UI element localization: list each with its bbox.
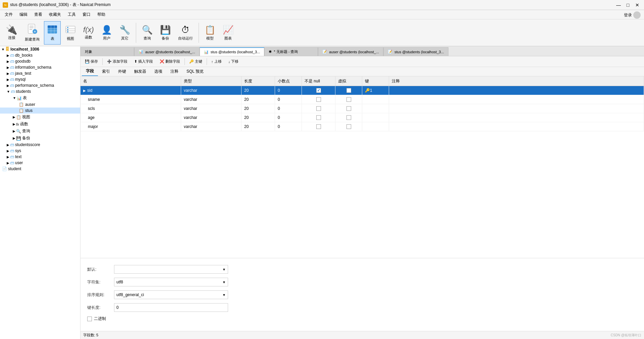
sidebar-item-stus[interactable]: 📋 stus (0, 108, 80, 114)
toolbar-function[interactable]: f(x) 函数 (80, 21, 97, 45)
func-group-arrow[interactable]: ▶ (13, 122, 15, 126)
toolbar-new-query[interactable]: + 新建查询 (22, 21, 43, 45)
prop-collation-select[interactable]: utf8_general_ci ▼ (114, 290, 228, 299)
menu-tools[interactable]: 工具 (64, 10, 79, 19)
sidebar-item-student[interactable]: 📄 student (0, 166, 80, 172)
backup-group-arrow[interactable]: ▶ (13, 136, 15, 140)
toolbar-auto-run[interactable]: ⏱ 自动运行 (175, 21, 196, 45)
user-arrow[interactable]: ▶ (7, 161, 9, 165)
subtab-options[interactable]: 选项 (150, 67, 166, 76)
major-virtual-checkbox[interactable] (346, 124, 351, 129)
sidebar-item-text[interactable]: ▶ 🗃 text (0, 154, 80, 160)
sidebar-item-information-schema[interactable]: ▶ 🗃 information_schema (0, 64, 80, 70)
sidebar-item-goodsdb[interactable]: ▶ 🗃 goodsdb (0, 58, 80, 64)
subtab-index[interactable]: 索引 (98, 67, 114, 76)
subtab-comment[interactable]: 注释 (166, 67, 182, 76)
sidebar-root[interactable]: ▼ 🗄 localhost_3306 (0, 46, 80, 52)
toolbar-chart[interactable]: 📈 图表 (220, 21, 236, 45)
sidebar-item-performance-schema[interactable]: ▶ 🗃 performance_schema (0, 82, 80, 88)
table-row[interactable]: scls varchar 20 0 (80, 104, 644, 113)
subtab-sql-preview[interactable]: SQL 预览 (182, 67, 208, 76)
sname-not-null-checkbox[interactable] (316, 97, 321, 102)
query-group-arrow[interactable]: ▶ (13, 129, 15, 133)
sidebar-item-java-test[interactable]: ▶ 🗃 java_test (0, 70, 80, 76)
add-field-button[interactable]: ➕ 添加字段 (104, 57, 130, 66)
delete-field-button[interactable]: ❌ 删除字段 (157, 57, 183, 66)
sname-virtual-checkbox[interactable] (346, 97, 351, 102)
sidebar-item-mysql[interactable]: ▶ 🗃 mysql (0, 76, 80, 82)
toolbar-other[interactable]: 🔧 其它 (116, 21, 133, 45)
menu-help[interactable]: 帮助 (94, 10, 109, 19)
scls-virtual-checkbox[interactable] (346, 106, 351, 111)
primary-key-button[interactable]: 🔑 主键 (186, 57, 205, 66)
subtab-field[interactable]: 字段 (82, 67, 98, 76)
menu-window[interactable]: 窗口 (79, 10, 94, 19)
login-button[interactable]: 登录 (624, 12, 632, 18)
tab-stus[interactable]: 📊 stus @students (localhost_3... (200, 47, 265, 56)
sidebar-item-students[interactable]: ▼ 🗃 students (0, 88, 80, 94)
prop-key-length-input[interactable] (114, 303, 228, 312)
table-row[interactable]: age varchar 20 0 (80, 113, 644, 122)
view-group-arrow[interactable]: ▶ (13, 115, 15, 119)
minimize-button[interactable]: — (614, 1, 623, 9)
perf-schema-arrow[interactable]: ▶ (7, 84, 9, 87)
menu-favorites[interactable]: 收藏夹 (46, 10, 64, 19)
sidebar-item-backup-group[interactable]: ▶ 💾 备份 (0, 135, 80, 142)
text-arrow[interactable]: ▶ (7, 155, 9, 159)
sidebar-item-db-books[interactable]: ▶ 🗃 db_books (0, 52, 80, 58)
sidebar-item-studentsscore[interactable]: ▶ 🗃 studentsscore (0, 142, 80, 148)
subtab-foreign-key[interactable]: 外键 (114, 67, 130, 76)
sidebar-item-sys[interactable]: ▶ 🗃 sys (0, 148, 80, 154)
root-arrow[interactable]: ▼ (1, 48, 5, 51)
binary-checkbox[interactable] (87, 317, 92, 321)
menu-edit[interactable]: 编辑 (16, 10, 31, 19)
tab-objects[interactable]: 对象 (80, 47, 134, 56)
sid-virtual-checkbox[interactable] (346, 88, 351, 93)
students-arrow[interactable]: ▼ (7, 90, 10, 93)
table-row[interactable]: ▶ sid varchar 20 0 ✓ (80, 86, 644, 95)
mysql-arrow[interactable]: ▶ (7, 78, 9, 81)
close-button[interactable]: ✕ (633, 1, 641, 9)
toolbar-query[interactable]: 🔍 查询 (139, 21, 156, 45)
toolbar-view[interactable]: 视图 (62, 21, 79, 45)
save-button[interactable]: 💾 保存 (82, 57, 101, 66)
prop-default-select[interactable]: ▼ (114, 265, 228, 274)
move-up-button[interactable]: ↑ 上移 (208, 57, 225, 66)
studentsscore-arrow[interactable]: ▶ (7, 143, 9, 147)
move-down-button[interactable]: ↓ 下移 (225, 57, 242, 66)
menu-view[interactable]: 查看 (31, 10, 46, 19)
goodsdb-arrow[interactable]: ▶ (7, 60, 9, 63)
toolbar-backup[interactable]: 💾 备份 (157, 21, 174, 45)
tab-stus2[interactable]: 📝 stus @students (localhost_3... (383, 47, 448, 56)
toolbar-connect[interactable]: 🔌 连接 (3, 21, 20, 45)
toolbar-model[interactable]: 📋 模型 (202, 21, 218, 45)
sidebar-item-auser[interactable]: 📋 auser (0, 101, 80, 108)
table-row[interactable]: major varchar 20 0 (80, 122, 644, 131)
subtab-trigger[interactable]: 触发器 (130, 67, 150, 76)
menu-file[interactable]: 文件 (1, 10, 16, 19)
major-not-null-checkbox[interactable] (316, 124, 321, 129)
sidebar-item-view-group[interactable]: ▶ 📋 视图 (0, 114, 80, 121)
sidebar-item-query-group[interactable]: ▶ 🔍 查询 (0, 128, 80, 135)
sidebar-item-func-group[interactable]: ▶ fx 函数 (0, 121, 80, 128)
age-not-null-checkbox[interactable] (316, 115, 321, 120)
window-controls[interactable]: — □ ✕ (614, 1, 641, 9)
sid-not-null-checkbox[interactable]: ✓ (316, 88, 321, 93)
java-test-arrow[interactable]: ▶ (7, 72, 9, 75)
db-books-arrow[interactable]: ▶ (7, 54, 9, 57)
sidebar-item-user[interactable]: ▶ 🗃 user (0, 160, 80, 166)
age-virtual-checkbox[interactable] (346, 115, 351, 120)
tab-auser[interactable]: 📊 auser @students (localhost_... (134, 47, 200, 56)
toolbar-table[interactable]: 表 (44, 21, 61, 45)
table-group-arrow[interactable]: ▼ (13, 96, 16, 100)
tab-auser2[interactable]: 📝 auser @students (localhost_... (318, 47, 383, 56)
table-row[interactable]: sname varchar 20 0 (80, 95, 644, 104)
maximize-button[interactable]: □ (624, 1, 632, 9)
sidebar-item-table-group[interactable]: ▼ 📊 表 (0, 94, 80, 101)
scls-not-null-checkbox[interactable] (316, 106, 321, 111)
prop-charset-select[interactable]: utf8 ▼ (114, 278, 228, 286)
insert-field-button[interactable]: ⬆ 插入字段 (131, 57, 156, 66)
info-schema-arrow[interactable]: ▶ (7, 66, 9, 69)
toolbar-user[interactable]: 👤 用户 (98, 21, 115, 45)
tab-untitled-query[interactable]: ✱ * 无标题 - 查询 (264, 47, 318, 56)
